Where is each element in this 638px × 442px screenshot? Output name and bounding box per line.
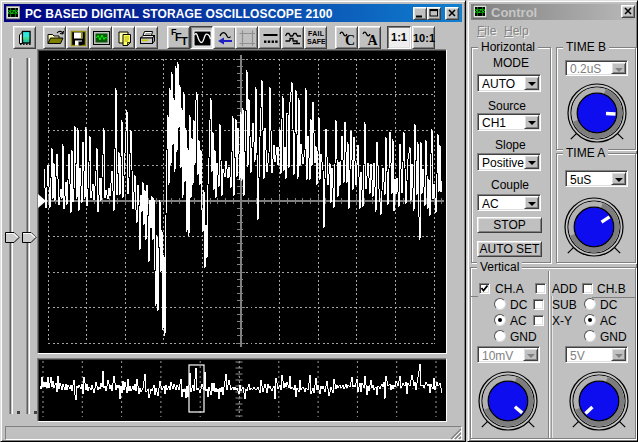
svg-text:A: A: [368, 33, 379, 48]
svg-text:C: C: [345, 33, 355, 48]
